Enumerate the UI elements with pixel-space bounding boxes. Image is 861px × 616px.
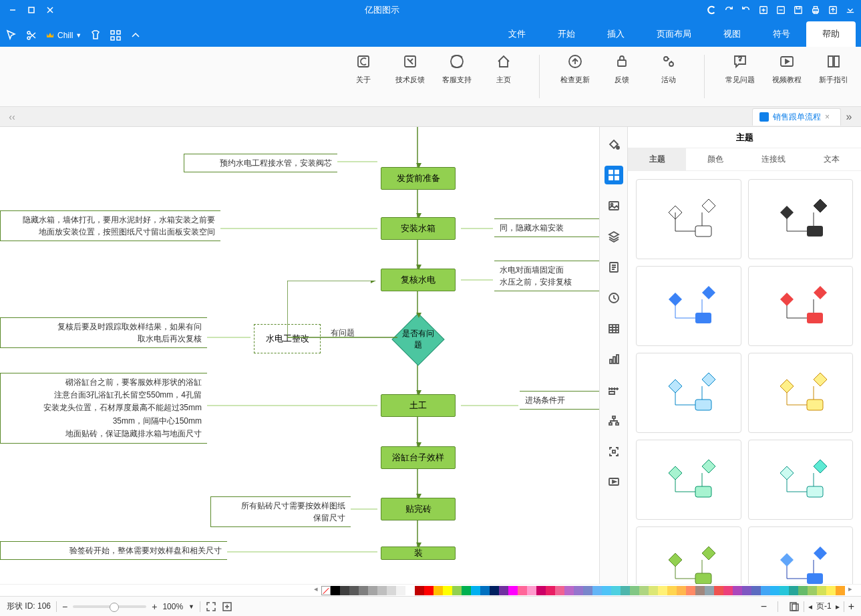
sp-tab-theme[interactable]: 主题 [628,148,686,170]
export-icon[interactable] [828,5,838,15]
color-swatch[interactable] [546,586,555,595]
color-swatch[interactable] [415,586,424,595]
ts-fill[interactable] [605,135,623,154]
color-swatch[interactable] [377,586,387,595]
ribbon-video[interactable]: 视频教程 [770,52,804,101]
ts-chart[interactable] [605,350,623,369]
color-swatch[interactable] [808,586,817,595]
color-swatch[interactable] [826,586,836,595]
doc-tab[interactable]: 销售跟单流程 × [752,108,841,126]
sp-tab-text[interactable]: 文本 [803,148,861,170]
theme-card[interactable] [636,266,741,346]
flow-node-4[interactable]: 土工 [381,394,456,417]
color-swatch[interactable] [490,586,499,595]
color-swatch[interactable] [733,586,742,595]
fullscreen-icon[interactable] [206,601,216,612]
flow-node-6[interactable]: 贴完砖 [381,498,456,520]
flow-note-d1[interactable]: 复核后要及时跟踪取效样结果，如果有问取水电后再次复核 [0,317,207,348]
flow-node-1[interactable]: 发货前准备 [381,167,456,190]
ribbon-update[interactable]: 检查更新 [558,52,592,101]
color-swatch[interactable] [462,586,471,595]
color-swatch[interactable] [331,586,340,595]
zoom-in[interactable]: + [152,601,157,612]
flow-node-2[interactable]: 安装水箱 [381,217,456,240]
zoom-slider[interactable] [73,605,146,608]
collapse-ribbon-icon[interactable] [130,29,142,41]
ts-focus[interactable] [605,442,623,461]
close-button[interactable] [43,3,57,17]
maximize-button[interactable] [24,3,39,17]
ribbon-about[interactable]: 关于 [347,52,380,101]
color-swatch[interactable] [751,586,761,595]
color-swatch[interactable] [611,586,621,595]
sp-tab-color[interactable]: 颜色 [686,148,744,170]
close-tab-icon[interactable]: × [825,112,830,122]
flow-note-4l[interactable]: 进场条件开 [520,391,599,410]
cursor-tool-icon[interactable] [5,29,17,41]
color-swatch[interactable] [527,586,536,595]
color-swatch[interactable] [499,586,508,595]
color-swatch[interactable] [742,586,751,595]
color-swatch[interactable] [714,586,723,595]
ts-notes[interactable] [605,258,623,277]
sb-page-remove[interactable]: − [761,601,767,613]
ribbon-support[interactable]: 客服支持 [440,52,474,101]
dropdown-icon[interactable] [845,5,856,15]
sb-page-add[interactable]: + [848,601,854,613]
ribbon-feedback[interactable]: 反馈 [605,52,639,101]
menu-view[interactable]: 视图 [707,21,757,47]
color-swatch[interactable] [695,586,705,595]
sp-tab-connector[interactable]: 连接线 [745,148,803,170]
flow-note-2r[interactable]: 隐藏水箱，墙体打孔，要用水泥封好，水箱安装之前要地面放安装位置，按照图纸尺寸留出… [0,210,220,241]
color-swatch[interactable] [723,586,733,595]
ts-tree[interactable] [605,412,623,430]
theme-card[interactable] [748,353,854,433]
color-swatch[interactable] [667,586,677,595]
color-swatch[interactable] [555,586,564,595]
ts-present[interactable] [605,473,623,492]
color-swatch[interactable] [424,586,434,595]
ts-history[interactable] [605,289,623,307]
ribbon-activity[interactable]: 活动 [652,52,685,101]
ts-table[interactable] [605,319,623,338]
color-swatch[interactable] [798,586,808,595]
theme-card[interactable] [748,526,854,584]
no-fill-swatch[interactable] [321,586,331,595]
theme-card[interactable] [636,353,741,433]
menu-layout[interactable]: 页面布局 [641,21,707,47]
flow-note-3l[interactable]: 水电对面墙固定面水压之前，安排复核 [494,261,599,291]
scissors-icon[interactable] [25,29,37,41]
fit-page-icon[interactable] [222,601,232,612]
color-swatch[interactable] [780,586,789,595]
color-swatch[interactable] [677,586,686,595]
minimize-button[interactable] [5,3,20,17]
panel-collapse-left[interactable]: ‹‹ [4,112,20,122]
color-swatch[interactable] [639,586,649,595]
redo-icon[interactable] [723,5,734,15]
color-swatch[interactable] [471,586,480,595]
ts-shapes[interactable] [605,166,623,184]
color-swatch[interactable] [761,586,770,595]
color-swatch[interactable] [368,586,377,595]
ts-ruler[interactable] [605,381,623,400]
colorbar-scroll-right[interactable]: ▸ [845,585,856,596]
theme-card[interactable] [636,526,741,584]
save-icon[interactable] [793,5,804,15]
color-swatch[interactable] [508,586,518,595]
color-swatch[interactable] [686,586,695,595]
flow-note-1[interactable]: 预约水电工程接水管，安装阀芯 [184,154,337,172]
color-swatch[interactable] [583,586,592,595]
color-swatch[interactable] [770,586,780,595]
ts-image[interactable] [605,196,623,215]
canvas[interactable]: 发货前准备 预约水电工程接水管，安装阀芯 安装水箱 隐藏水箱，墙体打孔，要用水泥… [0,127,599,584]
ribbon-tech[interactable]: 技术反馈 [393,52,427,101]
flow-note-2l[interactable]: 同，隐藏水箱安装 [494,218,599,237]
color-swatch[interactable] [621,586,630,595]
flow-node-5[interactable]: 浴缸台子效样 [381,446,456,469]
zoom-out[interactable]: − [62,601,67,612]
color-swatch[interactable] [340,586,349,595]
menu-file[interactable]: 文件 [492,21,542,47]
undo-icon[interactable] [741,5,751,15]
color-swatch[interactable] [564,586,574,595]
tshirt-icon[interactable] [90,29,102,41]
